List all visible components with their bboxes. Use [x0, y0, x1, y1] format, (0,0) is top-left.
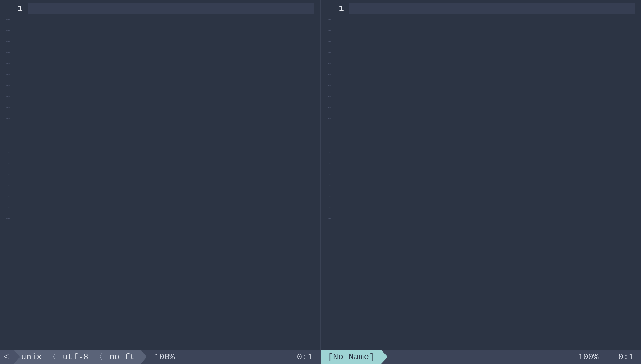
tilde-icon: ~	[0, 60, 28, 68]
empty-line: ~	[0, 58, 320, 69]
chevron-left-icon: 〈	[45, 351, 60, 363]
mode-indicator: <	[0, 350, 14, 364]
line[interactable]: 1	[321, 3, 641, 14]
tilde-icon: ~	[321, 60, 349, 68]
chevron-left-icon: 〈	[91, 351, 106, 363]
empty-line: ~	[321, 36, 641, 47]
statusline-left[interactable]: < unix 〈 utf-8 〈 no ft 100% 0:1	[0, 350, 320, 364]
scroll-percent: 100%	[147, 350, 182, 364]
tilde-icon: ~	[321, 105, 349, 112]
cursor-position-text: 0:1	[618, 352, 634, 362]
empty-line: ~	[321, 69, 641, 80]
separator-arrow-icon	[141, 350, 147, 364]
empty-line: ~	[0, 147, 320, 158]
tilde-icon: ~	[321, 215, 349, 222]
tilde-icon: ~	[0, 83, 28, 90]
buffer-name-segment: [No Name]	[321, 350, 381, 364]
empty-line: ~	[321, 180, 641, 191]
tilde-icon: ~	[321, 127, 349, 134]
tilde-icon: ~	[321, 171, 349, 178]
empty-line: ~	[321, 58, 641, 69]
cursor-position-text: 0:1	[297, 352, 313, 362]
tilde-icon: ~	[321, 72, 349, 79]
empty-line: ~	[321, 25, 641, 36]
empty-line: ~	[0, 91, 320, 103]
statusline-right[interactable]: [No Name] 100% 0:1	[321, 350, 641, 364]
tilde-icon: ~	[0, 204, 28, 211]
tilde-icon: ~	[321, 38, 349, 45]
empty-line: ~	[0, 25, 320, 36]
tilde-icon: ~	[0, 116, 28, 123]
empty-line: ~	[0, 180, 320, 191]
scroll-percent: 100%	[570, 350, 606, 364]
file-info-segment: unix 〈 utf-8 〈 no ft	[14, 350, 141, 364]
empty-line: ~	[321, 80, 641, 91]
tilde-icon: ~	[0, 215, 28, 222]
tilde-icon: ~	[321, 27, 349, 34]
line[interactable]: 1	[0, 3, 320, 14]
empty-line: ~	[321, 47, 641, 58]
buffer-right[interactable]: 1 ~~~~~~~~~~~~~~~~~~~	[321, 0, 641, 350]
line-number: 1	[0, 4, 28, 14]
tilde-icon: ~	[321, 160, 349, 167]
tilde-icon: ~	[321, 138, 349, 145]
tilde-icon: ~	[0, 38, 28, 45]
tilde-icon: ~	[321, 204, 349, 211]
cursor-line-highlight[interactable]	[349, 3, 635, 14]
pane-left[interactable]: 1 ~~~~~~~~~~~~~~~~~~~	[0, 0, 320, 350]
empty-line: ~	[0, 114, 320, 125]
buffer-left[interactable]: 1 ~~~~~~~~~~~~~~~~~~~	[0, 0, 320, 350]
buffer-name: [No Name]	[328, 352, 374, 362]
empty-line: ~	[321, 91, 641, 103]
tilde-icon: ~	[0, 49, 28, 56]
tilde-icon: ~	[321, 94, 349, 101]
tilde-icon: ~	[321, 116, 349, 123]
tilde-icon: ~	[321, 149, 349, 156]
empty-line: ~	[0, 191, 320, 202]
empty-line: ~	[321, 125, 641, 136]
empty-line: ~	[321, 103, 641, 114]
empty-line: ~	[0, 69, 320, 80]
empty-line: ~	[0, 14, 320, 25]
tilde-icon: ~	[321, 193, 349, 200]
scroll-percent-text: 100%	[154, 352, 175, 362]
file-format: unix	[21, 352, 42, 362]
tilde-icon: ~	[0, 127, 28, 134]
tilde-icon: ~	[0, 171, 28, 178]
tilde-icon: ~	[0, 138, 28, 145]
empty-line: ~	[0, 136, 320, 147]
empty-line: ~	[321, 191, 641, 202]
cursor-position: 0:1	[290, 350, 320, 364]
empty-line: ~	[0, 213, 320, 224]
tilde-icon: ~	[0, 72, 28, 79]
tilde-icon: ~	[321, 83, 349, 90]
empty-line: ~	[321, 213, 641, 224]
tilde-icon: ~	[321, 16, 349, 23]
tilde-icon: ~	[0, 27, 28, 34]
empty-line: ~	[0, 202, 320, 213]
empty-line: ~	[321, 169, 641, 180]
separator-arrow-icon	[381, 350, 388, 364]
empty-line: ~	[321, 14, 641, 25]
file-type: no ft	[109, 352, 135, 362]
editor-root: 1 ~~~~~~~~~~~~~~~~~~~ 1 ~~~~~~~~~~~~~~~~…	[0, 0, 641, 364]
empty-line: ~	[321, 136, 641, 147]
cursor-position: 0:1	[606, 350, 641, 364]
empty-line: ~	[0, 103, 320, 114]
tilde-icon: ~	[0, 105, 28, 112]
split-panes: 1 ~~~~~~~~~~~~~~~~~~~ 1 ~~~~~~~~~~~~~~~~…	[0, 0, 641, 350]
tilde-icon: ~	[0, 16, 28, 23]
empty-line: ~	[321, 158, 641, 169]
statusline-row: < unix 〈 utf-8 〈 no ft 100% 0:1	[0, 350, 641, 364]
empty-line: ~	[0, 47, 320, 58]
tilde-icon: ~	[0, 193, 28, 200]
pane-right[interactable]: 1 ~~~~~~~~~~~~~~~~~~~	[321, 0, 641, 350]
scroll-percent-text: 100%	[578, 352, 598, 362]
empty-line: ~	[321, 114, 641, 125]
cursor-line-highlight[interactable]	[28, 3, 314, 14]
empty-line: ~	[321, 202, 641, 213]
tilde-icon: ~	[0, 182, 28, 189]
tilde-icon: ~	[321, 182, 349, 189]
tilde-icon: ~	[321, 49, 349, 56]
mode-indicator-text: <	[4, 352, 9, 362]
